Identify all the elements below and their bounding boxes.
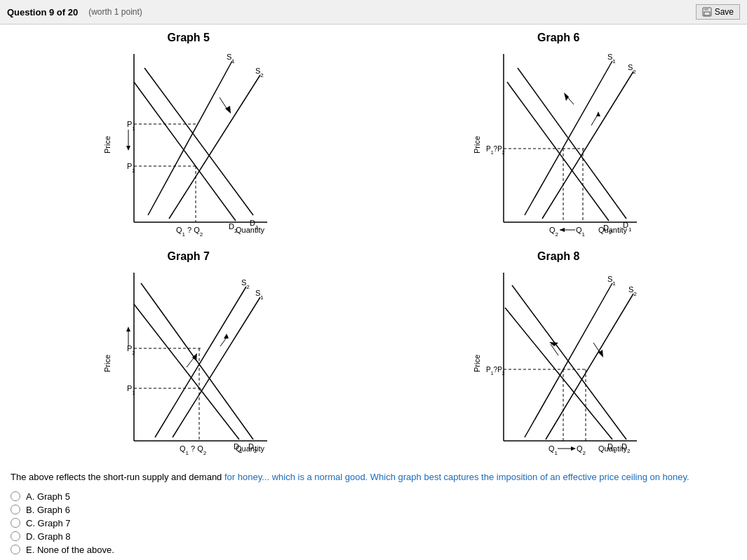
graph-6-svg: S2 S1 D1 D2 P1?P2 [483, 47, 644, 243]
svg-line-49 [155, 287, 246, 437]
page-header: Question 9 of 20 (worth 1 point) Save [0, 0, 747, 25]
graph-8-wrapper: Graph 8 Price S1 S2 [381, 250, 737, 462]
svg-text:Quantity: Quantity [598, 444, 627, 453]
option-a-label: A. Graph 5 [26, 491, 70, 502]
svg-line-26 [542, 71, 633, 219]
svg-line-5 [148, 61, 232, 215]
svg-text:P1?P2: P1?P2 [486, 145, 505, 155]
graph-8-title: Graph 8 [537, 250, 579, 263]
svg-text:Q1: Q1 [549, 444, 558, 456]
radio-e[interactable] [11, 545, 20, 554]
svg-text:Q2: Q2 [549, 226, 559, 238]
svg-line-76 [512, 285, 626, 439]
svg-line-51 [173, 297, 260, 437]
radio-c[interactable] [11, 518, 20, 528]
svg-text:Q1 ? Q2: Q1 ? Q2 [180, 444, 207, 456]
svg-marker-46 [596, 111, 600, 116]
graph-7-wrapper: Graph 7 Price S2 S1 [11, 250, 367, 462]
option-a[interactable]: A. Graph 5 [11, 491, 736, 502]
svg-text:Quantity: Quantity [598, 226, 627, 234]
svg-rect-1 [704, 8, 708, 11]
main-content: Graph 5 Price S1 [0, 25, 747, 560]
svg-text:Quantity: Quantity [236, 444, 264, 453]
graph-8-svg: S1 S2 D2 D1 P1?P2 [483, 266, 644, 462]
option-d[interactable]: D. Graph 8 [11, 531, 736, 542]
graph-5-area: S1 S2 D1 [113, 47, 274, 243]
svg-marker-67 [192, 353, 197, 361]
option-b-label: B. Graph 6 [26, 505, 70, 515]
question-text: The above reflects the short-run supply … [11, 470, 736, 484]
svg-line-74 [546, 294, 633, 439]
radio-b[interactable] [11, 505, 20, 514]
question-title: Question 9 of 20 [7, 7, 78, 18]
svg-line-30 [518, 68, 626, 219]
svg-marker-40 [560, 228, 565, 232]
svg-text:Q2: Q2 [577, 444, 586, 456]
save-icon [702, 7, 712, 17]
svg-line-78 [505, 308, 612, 439]
graphs-container: Graph 5 Price S1 [11, 32, 736, 462]
option-d-label: D. Graph 8 [26, 531, 71, 542]
option-e[interactable]: E. None of the above. [11, 545, 736, 555]
svg-rect-2 [704, 12, 710, 15]
svg-marker-86 [571, 446, 576, 451]
radio-a[interactable] [11, 491, 20, 501]
graph-8-area: S1 S2 D2 D1 P1?P2 [483, 266, 644, 462]
svg-marker-16 [126, 146, 130, 151]
save-label: Save [715, 7, 734, 17]
graph-6-title: Graph 6 [537, 32, 579, 44]
save-button[interactable]: Save [696, 4, 740, 20]
graph-7-title: Graph 7 [168, 250, 210, 263]
svg-text:P1?P2: P1?P2 [486, 366, 505, 376]
graph-6-area: S2 S1 D1 D2 P1?P2 [483, 47, 644, 243]
svg-line-7 [169, 75, 260, 219]
graph-5-svg: S1 S2 D1 [113, 47, 274, 243]
svg-line-53 [141, 283, 253, 439]
option-b[interactable]: B. Graph 6 [11, 505, 736, 515]
graph-7-svg: S2 S1 D2 D1 P2 [113, 266, 274, 462]
svg-line-9 [144, 68, 253, 215]
worth-label: (worth 1 point) [88, 7, 142, 17]
option-c[interactable]: C. Graph 7 [11, 518, 736, 528]
option-e-label: E. None of the above. [26, 545, 114, 555]
svg-line-11 [134, 82, 236, 221]
option-c-label: C. Graph 7 [26, 518, 71, 528]
graph-5-title: Graph 5 [168, 32, 210, 44]
graph-5-wrapper: Graph 5 Price S1 [11, 32, 367, 243]
svg-line-72 [525, 283, 612, 437]
radio-d[interactable] [11, 531, 20, 541]
answer-options: A. Graph 5 B. Graph 6 C. Graph 7 D. Grap… [11, 491, 736, 555]
svg-text:Quantity: Quantity [236, 226, 264, 234]
graph-7-area: S2 S1 D2 D1 P2 [113, 266, 274, 462]
svg-line-32 [507, 82, 609, 221]
graph-6-wrapper: Graph 6 Price S2 S1 [381, 32, 737, 243]
svg-marker-44 [564, 93, 569, 101]
svg-text:Q1: Q1 [576, 226, 586, 238]
svg-marker-60 [126, 327, 130, 332]
svg-text:Q1 ? Q2: Q1 ? Q2 [176, 226, 203, 238]
